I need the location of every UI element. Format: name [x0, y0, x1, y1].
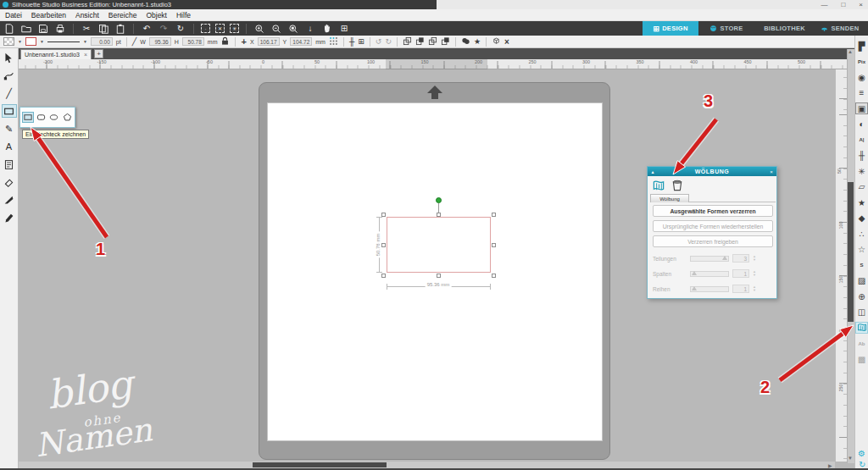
refresh-button[interactable]: ↻: [175, 23, 186, 35]
anchor-grid-icon[interactable]: [329, 36, 338, 47]
panel-tab-woelbung[interactable]: Wölbung: [650, 194, 689, 202]
paste-button[interactable]: [114, 23, 126, 35]
tab-bibliothek[interactable]: BIBLIOTHEK: [754, 21, 812, 36]
teilungen-slider[interactable]: [690, 256, 729, 262]
vertical-scrollbar-thumb[interactable]: [848, 182, 854, 322]
delete-icon[interactable]: ×: [504, 37, 509, 47]
ungroup-icon[interactable]: [441, 36, 450, 47]
save-button[interactable]: [37, 23, 49, 35]
rotate-left-icon[interactable]: ↺: [376, 37, 382, 46]
zoom-in-button[interactable]: [253, 23, 265, 35]
point-edit-tool[interactable]: [2, 69, 17, 82]
reihen-slider[interactable]: [690, 286, 729, 292]
modify-icon[interactable]: ✳: [856, 166, 867, 176]
select-tool[interactable]: [2, 51, 17, 64]
zoom-selection-button[interactable]: [287, 23, 299, 35]
fill-swatch[interactable]: [3, 37, 14, 46]
selection-handle-sw[interactable]: [381, 274, 386, 278]
center-to-page-icon[interactable]: ⊞: [358, 37, 364, 46]
page-setup-icon[interactable]: ▛: [856, 41, 867, 51]
sketch-icon[interactable]: S: [856, 260, 867, 270]
select-all-button[interactable]: ✳: [230, 24, 239, 33]
menu-objekt[interactable]: Objekt: [146, 11, 167, 19]
zoom-out-button[interactable]: [270, 23, 282, 35]
selection-handle-e[interactable]: [492, 243, 496, 247]
transform-icon[interactable]: ╫: [856, 151, 867, 161]
document-tab[interactable]: Unbenannt-1.studio3 ×: [20, 49, 92, 59]
horizontal-scrollbar[interactable]: [19, 462, 835, 468]
reihen-spinner[interactable]: ▲▼: [753, 285, 756, 292]
sync-icon[interactable]: ↻: [859, 460, 865, 469]
document-tab-close-icon[interactable]: ×: [84, 52, 87, 58]
spalten-value-field[interactable]: 1: [732, 269, 749, 278]
zoom-drag-button[interactable]: ↓: [304, 23, 316, 35]
menu-hilfe[interactable]: Hilfe: [176, 11, 191, 19]
undo-button[interactable]: ↶: [141, 23, 153, 35]
menu-bereiche[interactable]: Bereiche: [108, 11, 137, 19]
menu-datei[interactable]: Datei: [5, 11, 22, 19]
gear-icon[interactable]: ⚙: [858, 449, 865, 458]
distort-flag-icon[interactable]: [651, 179, 665, 192]
line-thickness-field[interactable]: 0.00: [91, 37, 113, 46]
line-style-dropdown-icon[interactable]: ▼: [83, 39, 87, 44]
new-document-tab-button[interactable]: +: [94, 49, 103, 58]
restore-original-shapes-button[interactable]: Ursprüngliche Formen wiederherstellen: [653, 220, 773, 232]
shading-icon[interactable]: ▨: [856, 276, 867, 286]
teilungen-spinner[interactable]: ▲▼: [753, 255, 756, 262]
select-by-color-button[interactable]: ·: [201, 24, 210, 33]
image-effects-icon[interactable]: ◐: [856, 119, 867, 130]
designer-shapes-icon[interactable]: ☆: [856, 245, 867, 255]
y-position-field[interactable]: 104.72: [290, 37, 312, 46]
height-field[interactable]: 50.78: [182, 37, 204, 46]
rectangle-tool[interactable]: [2, 104, 17, 118]
replicate-icon[interactable]: ▱: [856, 182, 867, 192]
rotation-handle[interactable]: [436, 197, 442, 203]
print-button[interactable]: [54, 23, 66, 35]
width-field[interactable]: 95.36: [149, 37, 171, 46]
release-distortion-button[interactable]: Verzerren freigeben: [653, 235, 773, 247]
line-color-swatch[interactable]: [25, 37, 36, 46]
bring-forward-icon[interactable]: [403, 36, 412, 47]
threed-icon[interactable]: ◫: [856, 307, 867, 318]
open-button[interactable]: [20, 23, 32, 35]
text-style-icon[interactable]: A|: [856, 135, 867, 145]
rectangle-shape[interactable]: [22, 112, 34, 123]
pattern-icon[interactable]: ▩: [856, 354, 867, 364]
minimize-button[interactable]: —: [821, 1, 827, 8]
new-document-button[interactable]: [3, 23, 15, 35]
horizontal-scrollbar-thumb[interactable]: [253, 462, 387, 467]
line-tool[interactable]: ╱: [2, 86, 17, 100]
stamp-icon[interactable]: ◆: [856, 213, 867, 224]
panel-close-icon[interactable]: ×: [766, 169, 776, 174]
redo-button[interactable]: ↷: [158, 23, 170, 35]
pixscan-icon[interactable]: Pix: [856, 57, 867, 67]
selection-handle-s[interactable]: [437, 274, 441, 278]
close-button[interactable]: ×: [859, 1, 863, 8]
copy-button[interactable]: [97, 23, 109, 35]
polygon-shape[interactable]: [62, 112, 73, 123]
tab-design[interactable]: ⊞ DESIGN: [643, 21, 698, 36]
eraser-tool[interactable]: [2, 175, 17, 189]
x-position-field[interactable]: 106.17: [258, 37, 280, 46]
send-backward-icon[interactable]: [415, 36, 425, 47]
line-style-icon[interactable]: ≡: [856, 88, 867, 98]
reihen-value-field[interactable]: 1: [732, 285, 749, 293]
woelbung-icon[interactable]: [856, 323, 867, 333]
line-style-preview[interactable]: [47, 41, 80, 42]
scroll-down-icon[interactable]: ▼: [848, 456, 853, 461]
selection-handle-n[interactable]: [437, 213, 441, 217]
text-tool[interactable]: A: [2, 140, 17, 153]
menu-ansicht[interactable]: Ansicht: [75, 11, 99, 19]
pan-button[interactable]: [321, 23, 333, 35]
rhinestone-icon[interactable]: ∴: [856, 229, 867, 239]
cut-button[interactable]: ✂: [81, 23, 92, 35]
ellipse-shape[interactable]: [48, 112, 59, 123]
selection-handle-se[interactable]: [492, 274, 496, 278]
note-tool[interactable]: [2, 158, 17, 171]
selection-handle-w[interactable]: [381, 243, 386, 247]
fill-settings-icon[interactable]: ▣: [856, 103, 867, 113]
web-icon[interactable]: ⊕: [856, 291, 867, 301]
tab-store[interactable]: STORE: [698, 21, 754, 36]
threed-view-icon[interactable]: [492, 36, 501, 47]
rotate-right-icon[interactable]: ↻: [385, 37, 392, 46]
